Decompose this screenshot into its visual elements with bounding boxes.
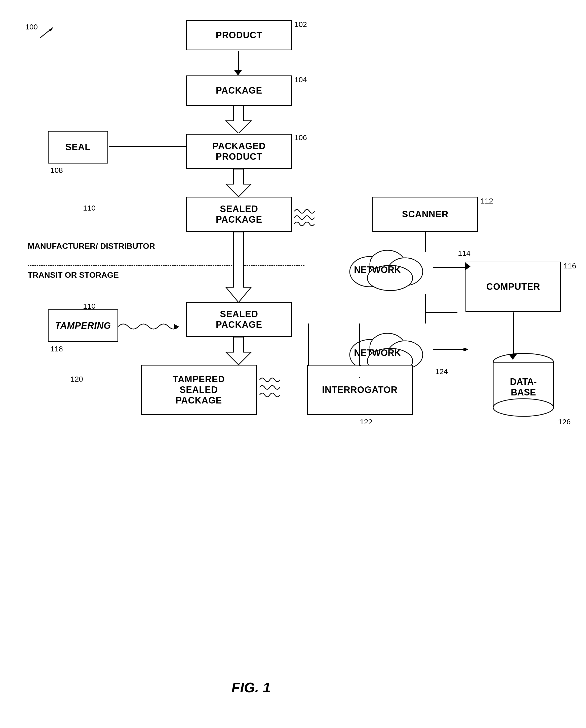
dashed-line-manufacturer bbox=[28, 265, 304, 266]
svg-marker-11 bbox=[226, 337, 251, 365]
ref-112: 112 bbox=[481, 197, 493, 205]
ref-120: 120 bbox=[71, 375, 83, 383]
label-transit: TRANSIT OR STORAGE bbox=[28, 270, 119, 280]
wavy-arrow-tampering bbox=[118, 319, 191, 334]
box-package: PACKAGE bbox=[186, 75, 292, 106]
box-product: PRODUCT bbox=[186, 20, 292, 50]
box-tampered: TAMPERED SEALED PACKAGE bbox=[141, 365, 257, 415]
box-seal: SEAL bbox=[48, 131, 108, 163]
ref-114: 114 bbox=[458, 249, 470, 258]
line-nw2-comp-h bbox=[433, 348, 468, 351]
hollow-arrow-3 bbox=[224, 232, 254, 302]
svg-marker-2 bbox=[226, 106, 251, 133]
ref-110b: 110 bbox=[83, 302, 96, 310]
arrowhead-comp-db bbox=[509, 354, 517, 360]
ref-104: 104 bbox=[295, 75, 307, 84]
ref-126: 126 bbox=[558, 418, 571, 426]
wavy-signal-2 bbox=[257, 375, 307, 405]
label-manufacturer: MANUFACTURER/ DISTRIBUTOR bbox=[28, 241, 155, 251]
arrowhead-network1-computer bbox=[465, 262, 470, 270]
arrow-seal-packaged bbox=[109, 146, 188, 147]
diagram: 100 PRODUCT 102 PACKAGE 104 SEAL 108 PAC… bbox=[0, 0, 586, 728]
ref-108: 108 bbox=[50, 166, 63, 175]
svg-point-19 bbox=[493, 399, 554, 416]
ref-122: 122 bbox=[360, 418, 373, 426]
hollow-arrow-4 bbox=[224, 337, 254, 365]
database-cylinder: DATA- BASE bbox=[491, 352, 556, 423]
box-sealed-package-2: SEALED PACKAGE bbox=[186, 302, 292, 337]
arrow-product-package bbox=[238, 51, 239, 71]
box-computer: COMPUTER bbox=[465, 262, 561, 312]
ref-124: 124 bbox=[435, 367, 448, 376]
svg-text:NETWORK: NETWORK bbox=[354, 348, 401, 358]
svg-marker-3 bbox=[226, 169, 251, 197]
svg-marker-24 bbox=[463, 348, 468, 351]
line-network1-network2 bbox=[425, 294, 426, 323]
fig-label: FIG. 1 bbox=[231, 679, 271, 696]
box-tampering: TAMPERING bbox=[48, 309, 118, 342]
svg-marker-1 bbox=[49, 28, 53, 31]
line-network1-computer bbox=[433, 267, 466, 268]
svg-marker-4 bbox=[226, 232, 251, 302]
arrowhead-product-package bbox=[234, 70, 242, 75]
ref-106: 106 bbox=[295, 133, 307, 142]
box-interrogator: INTERROGATOR bbox=[307, 365, 413, 415]
box-scanner: SCANNER bbox=[373, 197, 478, 232]
svg-text:NETWORK: NETWORK bbox=[354, 265, 401, 275]
box-sealed-package-1: SEALED PACKAGE bbox=[186, 197, 292, 232]
hollow-arrow-2 bbox=[224, 169, 254, 197]
wavy-signal-1 bbox=[292, 206, 342, 231]
ref-102: 102 bbox=[295, 20, 307, 29]
ref-116: 116 bbox=[564, 262, 576, 270]
svg-text:DATA-: DATA- bbox=[510, 376, 537, 387]
line-int-nw2 bbox=[307, 323, 309, 366]
line-scanner-network1 bbox=[425, 232, 426, 252]
line-nw2-int bbox=[359, 364, 360, 366]
line-comp-db bbox=[513, 312, 514, 355]
network-cloud-1: NETWORK bbox=[347, 239, 433, 294]
svg-text:BASE: BASE bbox=[511, 387, 536, 397]
box-packaged-product: PACKAGED PRODUCT bbox=[186, 134, 292, 169]
ref-118: 118 bbox=[50, 345, 63, 353]
ref-110a: 110 bbox=[83, 204, 96, 212]
hollow-arrow-1 bbox=[224, 106, 254, 133]
line-interrogator-network2-v bbox=[359, 323, 360, 365]
line-computer-network2-h bbox=[425, 312, 457, 313]
